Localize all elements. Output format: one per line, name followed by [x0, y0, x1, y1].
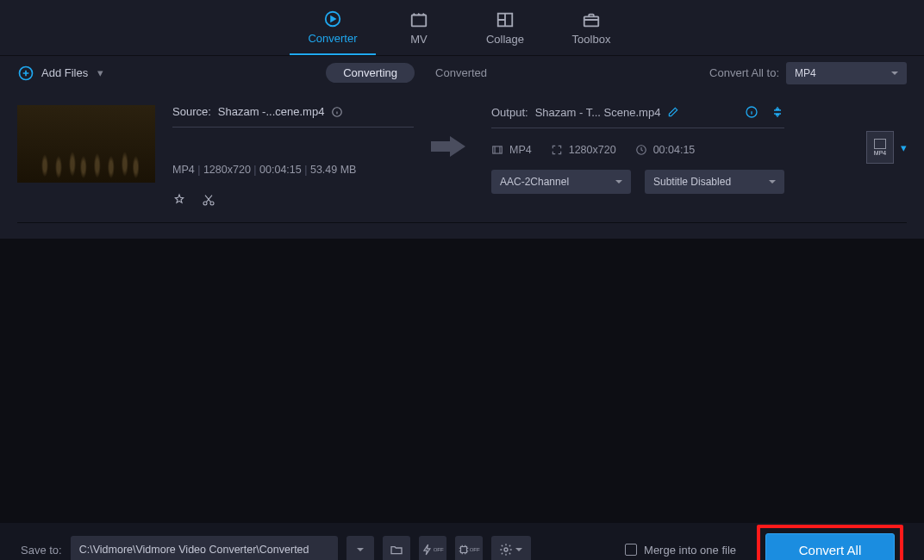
merge-checkbox-group[interactable]: Merge into one file: [625, 544, 736, 557]
toolbox-icon: [582, 10, 601, 29]
status-tabs: Converting Converted: [103, 63, 709, 83]
expand-icon: [551, 144, 563, 156]
svg-rect-1: [412, 15, 427, 26]
open-folder-button[interactable]: [383, 536, 410, 560]
format-badge: MP4: [866, 131, 894, 164]
plus-circle-icon: [17, 65, 34, 82]
source-filename: Shazam -...cene.mp4: [218, 105, 325, 118]
save-to-dropdown[interactable]: [346, 536, 374, 560]
gpu-button[interactable]: OFF: [455, 536, 483, 560]
convert-all-to-label: Convert All to:: [709, 66, 779, 79]
chevron-down-icon: [769, 180, 776, 187]
effects-icon[interactable]: [172, 193, 186, 207]
chevron-down-icon: ▾: [901, 141, 907, 154]
hw-accel-button[interactable]: OFF: [419, 536, 446, 560]
chevron-down-icon: ▾: [97, 66, 103, 79]
file-list: Source: Shazam -...cene.mp4 MP4 | 1280x7…: [0, 90, 924, 239]
audio-value: AAC-2Channel: [500, 176, 569, 188]
output-resolution: 1280x720: [569, 144, 616, 156]
format-picker[interactable]: MP4 ▾: [866, 105, 907, 164]
collage-icon: [496, 10, 515, 29]
clock-icon: [635, 144, 647, 156]
source-resolution: 1280x720: [203, 164, 251, 176]
convert-all-to-value: MP4: [795, 67, 816, 79]
svg-rect-3: [584, 16, 599, 26]
info-circle-icon[interactable]: [745, 105, 759, 119]
output-prefix: Output:: [491, 106, 528, 119]
output-panel: Output: Shazam - T... Scene.mp4 MP4 1280…: [491, 105, 784, 194]
chevron-down-icon: [615, 180, 622, 187]
compress-icon[interactable]: [771, 105, 784, 119]
edit-icon[interactable]: [667, 106, 679, 118]
tab-label: Collage: [486, 33, 524, 46]
status-converting[interactable]: Converting: [326, 63, 415, 83]
tab-label: MV: [410, 33, 428, 46]
source-prefix: Source:: [172, 105, 211, 118]
svg-rect-11: [460, 547, 466, 553]
tab-toolbox[interactable]: Toolbox: [548, 0, 634, 55]
source-meta: MP4 | 1280x720 | 00:04:15 | 53.49 MB: [172, 164, 414, 176]
merge-checkbox[interactable]: [625, 544, 637, 556]
video-thumbnail[interactable]: [17, 105, 155, 183]
svg-point-12: [504, 548, 508, 551]
cut-icon[interactable]: [202, 193, 215, 207]
arrow-icon: [431, 136, 474, 159]
chevron-down-icon: [891, 72, 898, 78]
svg-rect-9: [493, 146, 503, 153]
output-filename: Shazam - T... Scene.mp4: [535, 106, 661, 119]
bolt-icon: [421, 544, 434, 556]
tab-mv[interactable]: MV: [376, 0, 462, 55]
tab-label: Converter: [308, 32, 357, 45]
save-to-label: Save to:: [21, 544, 62, 557]
convert-all-button[interactable]: Convert All: [765, 533, 895, 560]
chevron-down-icon: [357, 548, 364, 555]
audio-select[interactable]: AAC-2Channel: [491, 170, 631, 194]
toolbar: Add Files ▾ Converting Converted Convert…: [0, 55, 924, 90]
format-badge-label: MP4: [874, 150, 886, 156]
source-duration: 00:04:15: [259, 164, 302, 176]
tab-label: Toolbox: [572, 33, 611, 46]
top-nav-tabs: Converter MV Collage Toolbox: [0, 0, 924, 55]
chip-icon: [458, 544, 470, 556]
tab-converter[interactable]: Converter: [290, 0, 376, 55]
output-format: MP4: [509, 144, 532, 156]
convert-all-to-control: Convert All to: MP4: [709, 62, 907, 84]
save-to-path-value: C:\Vidmore\Vidmore Video Converter\Conve…: [79, 544, 309, 556]
tab-collage[interactable]: Collage: [462, 0, 548, 55]
status-converted[interactable]: Converted: [435, 66, 487, 79]
source-panel: Source: Shazam -...cene.mp4 MP4 | 1280x7…: [172, 105, 414, 207]
add-files-button[interactable]: Add Files ▾: [17, 65, 103, 82]
empty-area: [0, 239, 924, 523]
subtitle-select[interactable]: Subtitle Disabled: [645, 170, 784, 194]
convert-highlight: Convert All: [757, 525, 903, 560]
save-to-path[interactable]: C:\Vidmore\Vidmore Video Converter\Conve…: [71, 536, 338, 560]
gear-icon: [499, 543, 513, 557]
merge-label: Merge into one file: [644, 544, 736, 557]
info-icon[interactable]: [331, 106, 343, 118]
mv-icon: [409, 10, 428, 29]
source-format: MP4: [172, 164, 195, 176]
file-row: Source: Shazam -...cene.mp4 MP4 | 1280x7…: [17, 105, 907, 223]
film-icon: [491, 144, 503, 156]
add-files-label: Add Files: [41, 66, 88, 79]
convert-all-to-select[interactable]: MP4: [786, 62, 907, 84]
source-size: 53.49 MB: [310, 164, 357, 176]
subtitle-value: Subtitle Disabled: [653, 176, 731, 188]
chevron-down-icon: [515, 548, 522, 555]
bottom-bar: Save to: C:\Vidmore\Vidmore Video Conver…: [0, 523, 924, 560]
output-duration: 00:04:15: [653, 144, 696, 156]
folder-icon: [390, 543, 403, 557]
settings-button[interactable]: [491, 536, 531, 560]
converter-icon: [323, 9, 342, 28]
